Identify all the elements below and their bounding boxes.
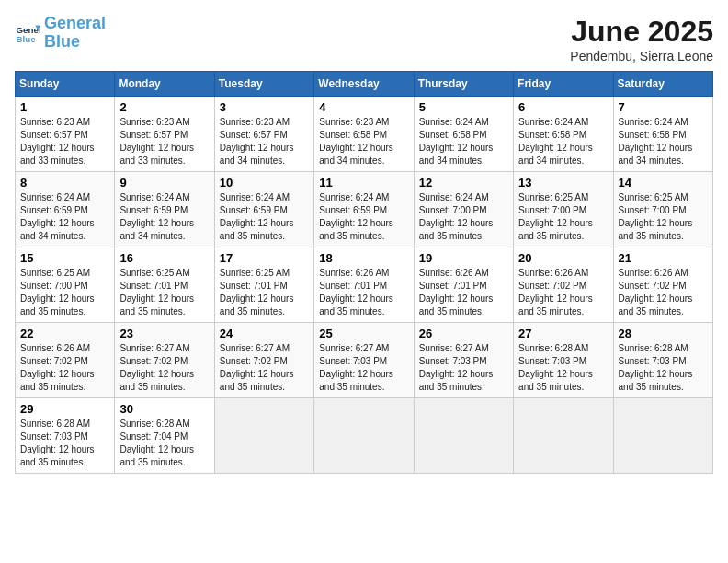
day-info: Sunrise: 6:23 AM Sunset: 6:58 PM Dayligh… (319, 116, 408, 167)
day-number: 17 (220, 251, 309, 265)
logo: General Blue General Blue (15, 15, 106, 52)
table-row (214, 398, 313, 474)
day-number: 11 (319, 176, 408, 190)
day-number: 20 (518, 251, 608, 265)
day-number: 26 (419, 327, 508, 340)
day-info: Sunrise: 6:27 AM Sunset: 7:03 PM Dayligh… (319, 342, 408, 394)
table-row: 1Sunrise: 6:23 AM Sunset: 6:57 PM Daylig… (16, 97, 115, 172)
col-wednesday: Wednesday (314, 72, 414, 97)
day-info: Sunrise: 6:24 AM Sunset: 6:59 PM Dayligh… (319, 191, 408, 243)
day-number: 9 (119, 176, 209, 190)
day-number: 4 (319, 100, 408, 114)
day-number: 1 (20, 100, 109, 114)
day-number: 29 (20, 402, 109, 416)
day-number: 23 (119, 327, 209, 340)
day-number: 2 (119, 100, 209, 114)
col-tuesday: Tuesday (214, 72, 313, 97)
title-area: June 2025 Pendembu, Sierra Leone (570, 15, 713, 63)
table-row: 7Sunrise: 6:24 AM Sunset: 6:58 PM Daylig… (613, 97, 712, 172)
table-row: 20Sunrise: 6:26 AM Sunset: 7:02 PM Dayli… (514, 247, 613, 323)
day-info: Sunrise: 6:23 AM Sunset: 6:57 PM Dayligh… (220, 116, 309, 167)
day-number: 27 (518, 327, 608, 340)
table-row: 13Sunrise: 6:25 AM Sunset: 7:00 PM Dayli… (514, 172, 613, 247)
day-info: Sunrise: 6:28 AM Sunset: 7:03 PM Dayligh… (619, 342, 708, 394)
day-number: 5 (419, 100, 508, 114)
table-row: 18Sunrise: 6:26 AM Sunset: 7:01 PM Dayli… (314, 247, 414, 323)
day-number: 19 (419, 251, 508, 265)
table-row: 17Sunrise: 6:25 AM Sunset: 7:01 PM Dayli… (214, 247, 313, 323)
day-number: 6 (518, 100, 608, 114)
day-info: Sunrise: 6:26 AM Sunset: 7:01 PM Dayligh… (319, 267, 408, 318)
day-info: Sunrise: 6:25 AM Sunset: 7:01 PM Dayligh… (220, 267, 309, 318)
table-row: 19Sunrise: 6:26 AM Sunset: 7:01 PM Dayli… (414, 247, 513, 323)
calendar-week-row: 1Sunrise: 6:23 AM Sunset: 6:57 PM Daylig… (16, 97, 713, 172)
day-number: 30 (119, 402, 209, 416)
day-info: Sunrise: 6:24 AM Sunset: 7:00 PM Dayligh… (419, 191, 508, 243)
table-row: 6Sunrise: 6:24 AM Sunset: 6:58 PM Daylig… (514, 97, 613, 172)
table-row: 10Sunrise: 6:24 AM Sunset: 6:59 PM Dayli… (214, 172, 313, 247)
table-row: 14Sunrise: 6:25 AM Sunset: 7:00 PM Dayli… (613, 172, 712, 247)
calendar-week-row: 29Sunrise: 6:28 AM Sunset: 7:03 PM Dayli… (16, 398, 713, 474)
day-number: 18 (319, 251, 408, 265)
table-row (514, 398, 613, 474)
table-row: 27Sunrise: 6:28 AM Sunset: 7:03 PM Dayli… (514, 323, 613, 398)
table-row (314, 398, 414, 474)
day-info: Sunrise: 6:27 AM Sunset: 7:02 PM Dayligh… (119, 342, 209, 394)
day-info: Sunrise: 6:25 AM Sunset: 7:00 PM Dayligh… (20, 267, 109, 318)
day-number: 10 (220, 176, 309, 190)
table-row: 24Sunrise: 6:27 AM Sunset: 7:02 PM Dayli… (214, 323, 313, 398)
day-info: Sunrise: 6:27 AM Sunset: 7:02 PM Dayligh… (220, 342, 309, 394)
table-row: 5Sunrise: 6:24 AM Sunset: 6:58 PM Daylig… (414, 97, 513, 172)
table-row: 8Sunrise: 6:24 AM Sunset: 6:59 PM Daylig… (16, 172, 115, 247)
table-row: 12Sunrise: 6:24 AM Sunset: 7:00 PM Dayli… (414, 172, 513, 247)
table-row: 25Sunrise: 6:27 AM Sunset: 7:03 PM Dayli… (314, 323, 414, 398)
day-number: 8 (20, 176, 109, 190)
calendar-week-row: 22Sunrise: 6:26 AM Sunset: 7:02 PM Dayli… (16, 323, 713, 398)
calendar-header-row: Sunday Monday Tuesday Wednesday Thursday… (16, 72, 713, 97)
day-number: 25 (319, 327, 408, 340)
table-row: 11Sunrise: 6:24 AM Sunset: 6:59 PM Dayli… (314, 172, 414, 247)
day-info: Sunrise: 6:24 AM Sunset: 6:59 PM Dayligh… (20, 191, 109, 243)
table-row: 2Sunrise: 6:23 AM Sunset: 6:57 PM Daylig… (115, 97, 214, 172)
col-thursday: Thursday (414, 72, 513, 97)
table-row: 28Sunrise: 6:28 AM Sunset: 7:03 PM Dayli… (613, 323, 712, 398)
day-number: 21 (619, 251, 708, 265)
day-info: Sunrise: 6:24 AM Sunset: 6:58 PM Dayligh… (619, 116, 708, 167)
svg-text:Blue: Blue (16, 34, 36, 44)
logo-blue: Blue (44, 32, 80, 51)
day-info: Sunrise: 6:24 AM Sunset: 6:58 PM Dayligh… (419, 116, 508, 167)
day-info: Sunrise: 6:25 AM Sunset: 7:00 PM Dayligh… (518, 191, 608, 243)
table-row: 15Sunrise: 6:25 AM Sunset: 7:00 PM Dayli… (16, 247, 115, 323)
day-info: Sunrise: 6:23 AM Sunset: 6:57 PM Dayligh… (119, 116, 209, 167)
day-number: 12 (419, 176, 508, 190)
day-info: Sunrise: 6:26 AM Sunset: 7:02 PM Dayligh… (518, 267, 608, 318)
table-row: 22Sunrise: 6:26 AM Sunset: 7:02 PM Dayli… (16, 323, 115, 398)
day-info: Sunrise: 6:26 AM Sunset: 7:02 PM Dayligh… (619, 267, 708, 318)
calendar-week-row: 8Sunrise: 6:24 AM Sunset: 6:59 PM Daylig… (16, 172, 713, 247)
calendar-table: Sunday Monday Tuesday Wednesday Thursday… (15, 71, 713, 474)
col-monday: Monday (115, 72, 214, 97)
day-number: 13 (518, 176, 608, 190)
day-info: Sunrise: 6:24 AM Sunset: 6:59 PM Dayligh… (119, 191, 209, 243)
day-info: Sunrise: 6:24 AM Sunset: 6:59 PM Dayligh… (220, 191, 309, 243)
day-number: 22 (20, 327, 109, 340)
logo-icon: General Blue (15, 20, 40, 46)
day-info: Sunrise: 6:28 AM Sunset: 7:03 PM Dayligh… (20, 418, 109, 469)
page-header: General Blue General Blue June 2025 Pend… (15, 15, 713, 63)
table-row (414, 398, 513, 474)
day-info: Sunrise: 6:28 AM Sunset: 7:04 PM Dayligh… (119, 418, 209, 469)
calendar-week-row: 15Sunrise: 6:25 AM Sunset: 7:00 PM Dayli… (16, 247, 713, 323)
table-row: 23Sunrise: 6:27 AM Sunset: 7:02 PM Dayli… (115, 323, 214, 398)
day-info: Sunrise: 6:26 AM Sunset: 7:01 PM Dayligh… (419, 267, 508, 318)
day-info: Sunrise: 6:25 AM Sunset: 7:01 PM Dayligh… (119, 267, 209, 318)
col-friday: Friday (514, 72, 613, 97)
table-row: 16Sunrise: 6:25 AM Sunset: 7:01 PM Dayli… (115, 247, 214, 323)
logo-general: General (44, 14, 106, 32)
day-number: 16 (119, 251, 209, 265)
day-number: 15 (20, 251, 109, 265)
logo-text-line1: General (44, 15, 106, 33)
col-sunday: Sunday (16, 72, 115, 97)
col-saturday: Saturday (613, 72, 712, 97)
day-number: 14 (619, 176, 708, 190)
day-info: Sunrise: 6:23 AM Sunset: 6:57 PM Dayligh… (20, 116, 109, 167)
